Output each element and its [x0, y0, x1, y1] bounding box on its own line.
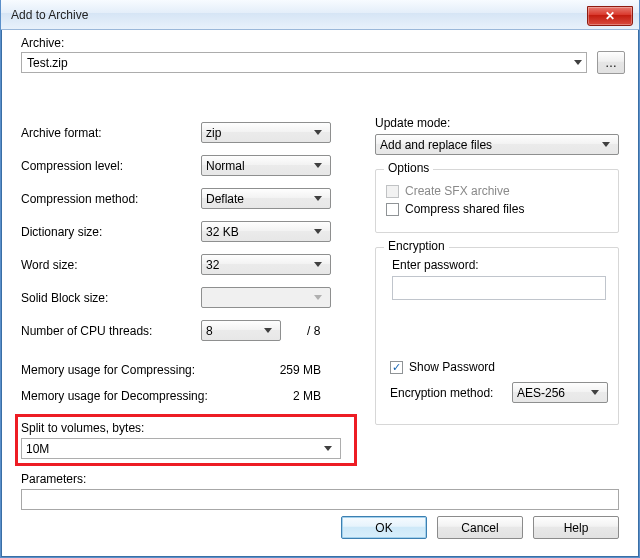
compression-level-combo[interactable]: Normal [201, 155, 331, 176]
browse-button[interactable]: … [597, 51, 625, 74]
ok-button-label: OK [375, 521, 392, 535]
chevron-down-icon [309, 288, 326, 307]
password-input[interactable] [392, 276, 606, 300]
help-button-label: Help [564, 521, 589, 535]
dictionary-size-label: Dictionary size: [21, 225, 201, 239]
dictionary-size-value: 32 KB [206, 225, 239, 239]
solid-block-size-label: Solid Block size: [21, 291, 201, 305]
compress-shared-checkbox[interactable] [386, 203, 399, 216]
encryption-group: Encryption Enter password: Show Password… [375, 247, 619, 425]
show-password-label: Show Password [409, 360, 495, 374]
button-bar: OK Cancel Help [341, 516, 619, 539]
chevron-down-icon [569, 53, 586, 72]
help-button[interactable]: Help [533, 516, 619, 539]
word-size-label: Word size: [21, 258, 201, 272]
archive-name-value: Test.zip [27, 56, 68, 70]
compression-method-label: Compression method: [21, 192, 201, 206]
ellipsis-icon: … [605, 56, 617, 70]
right-column: Update mode: Add and replace files Optio… [375, 116, 619, 425]
show-password-checkbox[interactable] [390, 361, 403, 374]
compress-shared-label: Compress shared files [405, 202, 524, 216]
compression-level-label: Compression level: [21, 159, 201, 173]
cancel-button-label: Cancel [461, 521, 498, 535]
close-icon: ✕ [605, 9, 615, 23]
mem-decompress-value: 2 MB [293, 389, 321, 403]
archive-format-value: zip [206, 126, 221, 140]
mem-decompress-label: Memory usage for Decompressing: [21, 389, 208, 403]
mem-compress-label: Memory usage for Compressing: [21, 363, 195, 377]
cpu-threads-value: 8 [206, 324, 213, 338]
encryption-legend: Encryption [384, 239, 449, 253]
archive-name-combo[interactable]: Test.zip [21, 52, 587, 73]
ok-button[interactable]: OK [341, 516, 427, 539]
dictionary-size-combo[interactable]: 32 KB [201, 221, 331, 242]
compression-method-combo[interactable]: Deflate [201, 188, 331, 209]
compression-method-value: Deflate [206, 192, 244, 206]
options-legend: Options [384, 161, 433, 175]
update-mode-combo[interactable]: Add and replace files [375, 134, 619, 155]
options-group: Options Create SFX archive Compress shar… [375, 169, 619, 233]
word-size-combo[interactable]: 32 [201, 254, 331, 275]
create-sfx-label: Create SFX archive [405, 184, 510, 198]
chevron-down-icon [309, 255, 326, 274]
left-column: Archive format: zip Compression level: N… [21, 116, 355, 459]
split-volumes-combo[interactable]: 10M [21, 438, 341, 459]
close-button[interactable]: ✕ [587, 6, 633, 26]
cpu-threads-total: / 8 [307, 324, 320, 338]
enter-password-label: Enter password: [392, 258, 608, 272]
cpu-threads-combo[interactable]: 8 [201, 320, 281, 341]
cancel-button[interactable]: Cancel [437, 516, 523, 539]
client-area: Archive: Test.zip … Archive format: zip [9, 30, 631, 549]
mem-compress-value: 259 MB [280, 363, 321, 377]
encryption-method-combo[interactable]: AES-256 [512, 382, 608, 403]
solid-block-size-combo [201, 287, 331, 308]
chevron-down-icon [309, 156, 326, 175]
compression-level-value: Normal [206, 159, 245, 173]
chevron-down-icon [309, 123, 326, 142]
word-size-value: 32 [206, 258, 219, 272]
chevron-down-icon [259, 321, 276, 340]
archive-format-label: Archive format: [21, 126, 201, 140]
encryption-method-label: Encryption method: [390, 386, 493, 400]
parameters-label: Parameters: [21, 472, 619, 486]
archive-label: Archive: [21, 36, 64, 50]
update-mode-label: Update mode: [375, 116, 619, 130]
create-sfx-checkbox [386, 185, 399, 198]
split-volumes-value: 10M [26, 442, 49, 456]
chevron-down-icon [597, 135, 614, 154]
chevron-down-icon [586, 383, 603, 402]
archive-format-combo[interactable]: zip [201, 122, 331, 143]
cpu-threads-label: Number of CPU threads: [21, 324, 201, 338]
dialog-window: Add to Archive ✕ Archive: Test.zip … Arc… [0, 0, 640, 558]
title-bar: Add to Archive ✕ [1, 0, 639, 30]
split-volumes-label: Split to volumes, bytes: [21, 421, 355, 435]
encryption-method-value: AES-256 [517, 386, 565, 400]
update-mode-value: Add and replace files [380, 138, 492, 152]
parameters-input[interactable] [21, 489, 619, 510]
chevron-down-icon [309, 222, 326, 241]
chevron-down-icon [319, 439, 336, 458]
chevron-down-icon [309, 189, 326, 208]
window-title: Add to Archive [11, 8, 88, 22]
